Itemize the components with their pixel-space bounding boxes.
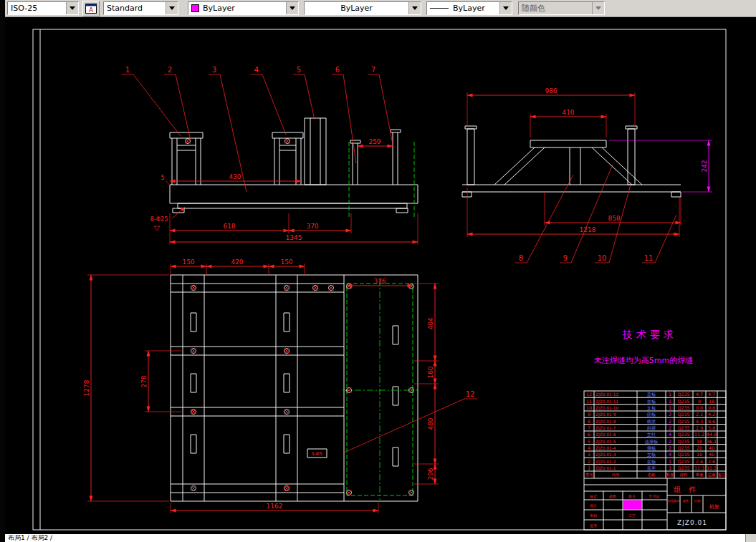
callout-1: 1	[125, 66, 130, 74]
dim-text: 430	[229, 173, 241, 180]
bom-cell: 盖板	[647, 392, 656, 397]
textstyle-combo[interactable]: Standard	[103, 1, 178, 15]
dimstyle-dropdown-arrow[interactable]	[66, 2, 78, 14]
text-style-manager-button[interactable]: A	[82, 1, 100, 16]
dim-text: 1345	[286, 234, 302, 241]
callout-4: 4	[254, 66, 259, 74]
color-control-combo[interactable]: ByLayer	[188, 1, 299, 15]
bom-cell: 11	[586, 399, 592, 404]
bom-cell: 40	[709, 445, 714, 450]
bom-header: 备注	[718, 473, 727, 477]
bom-cell: 垫板	[647, 399, 656, 404]
dim-text: 150	[280, 258, 292, 266]
bom-cell: ZJZ0.01-5	[595, 440, 616, 445]
plotstyle-dropdown-arrow	[592, 2, 604, 14]
tb-label: 签名	[628, 494, 636, 499]
bom-cell: 0.8	[696, 405, 703, 410]
bom-cell: 4	[588, 445, 590, 450]
product-name: 机架	[709, 504, 719, 510]
bom-cell: 2	[588, 459, 590, 464]
bom-cell: 2	[669, 425, 671, 430]
drawing-number: ZJZ0.01	[677, 519, 707, 526]
bom-cell: 5.8	[708, 425, 715, 430]
bom-cell: Q235	[678, 425, 690, 430]
bom-cell: 1	[588, 465, 590, 470]
bom-header: 材料	[679, 473, 689, 478]
bom-cell: 4.7	[708, 392, 715, 397]
bom-cell: 立柱	[647, 432, 656, 437]
bom-cell: 11.3	[707, 465, 717, 470]
callout-11: 11	[644, 254, 654, 262]
lineweight-value: ByLayer	[453, 4, 485, 13]
bom-header: 序号	[585, 473, 594, 478]
chevron-down-icon	[169, 6, 175, 10]
bom-cell: 40	[709, 452, 714, 457]
chevron-down-icon	[412, 6, 418, 10]
tb-label: 批准	[590, 523, 597, 528]
title-block: 标记 处数 签名 年月日 设计 审核 批准 工艺 阶段标记 重量 比例 组 件 …	[584, 478, 726, 530]
dimstyle-value: ISO-25	[11, 4, 37, 13]
bom-cell: ZJZ0.01-2	[595, 460, 616, 465]
bom-cell: Q235	[678, 399, 690, 404]
bom-cell: 4.3	[696, 419, 703, 424]
bom-cell: Q235	[678, 405, 690, 410]
layout-tab-labels[interactable]: 布局1 ∕ 布局2 ∕	[8, 533, 52, 542]
callout-5: 5	[297, 66, 301, 74]
bom-cell: ZJZ0.01-6	[595, 432, 616, 437]
dim-text: 259	[368, 138, 381, 145]
textstyle-dropdown-arrow[interactable]	[166, 2, 178, 14]
tb-label: 年月日	[649, 494, 660, 499]
bom-cell: ZJZ0.01-4	[595, 446, 616, 451]
bom-cell: Q235	[678, 439, 690, 444]
tb-label: 设计	[589, 503, 597, 508]
tech-req-note: 未注焊缝均为高5mm的焊缝	[594, 356, 693, 365]
callout-2: 2	[168, 66, 172, 74]
lineweight-dropdown-arrow[interactable]	[499, 2, 512, 14]
bom-cell: 1	[669, 392, 671, 397]
callout-3: 3	[212, 66, 216, 74]
bom-cell: 侧板	[647, 445, 656, 451]
bom-cell: ZJZ0.01-8	[595, 420, 616, 425]
callout-6: 6	[335, 66, 340, 74]
bom-header: 总重	[707, 473, 717, 477]
tb-label: 重量	[683, 499, 689, 503]
bom-cell: 20	[697, 445, 702, 450]
drawing-viewport[interactable]: 1 2 3 4 5 6 7 8 9 10 11 12 259 5 430 8-Φ…	[5, 17, 756, 534]
callout-7: 7	[371, 66, 375, 74]
dimension-geometry	[87, 74, 712, 513]
color-dropdown-arrow[interactable]	[286, 2, 298, 14]
callout-9: 9	[563, 254, 568, 262]
dim-text: 278	[140, 375, 148, 387]
bom-cell: 2	[669, 445, 671, 450]
bom-cell: 7	[588, 425, 590, 430]
dimstyle-combo[interactable]: ISO-25	[7, 1, 79, 15]
dim-text: 370	[306, 223, 318, 230]
detail-note: 3-Φ5	[311, 451, 322, 457]
drawing-canvas[interactable]: 1 2 3 4 5 6 7 8 9 10 11 12 259 5 430 8-Φ…	[5, 17, 756, 534]
bom-cell: ZJZ0.01-10	[595, 406, 618, 411]
lineweight-line-icon	[430, 8, 449, 9]
bom-cell: 横梁	[647, 419, 656, 424]
bom-cell: 支板	[646, 405, 656, 411]
bom-cell: 8	[698, 399, 701, 404]
bolt-mark	[186, 139, 191, 144]
bom-cell: 1	[669, 465, 671, 470]
side-view	[462, 126, 681, 197]
dim-text: 160	[427, 366, 434, 378]
bom-cell: 4.7	[696, 392, 703, 397]
linetype-dropdown-arrow[interactable]	[408, 2, 421, 14]
bom-cell: 11.3	[694, 465, 704, 470]
bom-header: 单重	[696, 473, 704, 477]
technical-requirements: 技术要求 未注焊缝均为高5mm的焊缝	[594, 329, 693, 365]
bom-cell: 连接板	[645, 439, 659, 445]
bom-cell: 4.2	[708, 412, 715, 417]
styles-properties-toolbar: ISO-25 A Standard ByLayer ByLayer ByLaye…	[5, 0, 756, 17]
bom-cell: Q235	[678, 432, 690, 437]
lineweight-control-combo[interactable]: ByLayer	[426, 1, 512, 15]
bom-cell: Q235	[678, 412, 690, 417]
tb-label: 比例	[694, 499, 700, 503]
callout-8: 8	[519, 254, 523, 262]
bom-cell: 0.8	[708, 405, 715, 410]
linetype-control-combo[interactable]: ByLayer	[304, 1, 421, 15]
bom-cell: 6	[588, 432, 590, 437]
